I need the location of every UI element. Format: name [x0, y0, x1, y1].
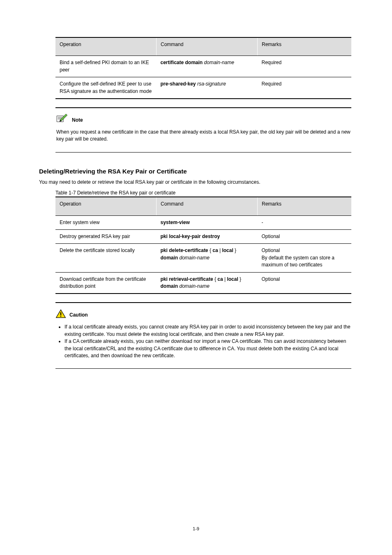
caution-label: Caution [69, 312, 88, 319]
cell-command: pki retrieval-certificate { ca | local }… [157, 272, 258, 294]
cell-operation: Download certificate from the certificat… [55, 272, 157, 294]
table-header-operation: Operation [55, 197, 157, 215]
cell-command: certificate domain domain-name [157, 56, 258, 77]
cell-command: pre-shared-key rsa-signature [157, 77, 258, 99]
note-icon [55, 114, 69, 124]
cell-remarks: Optional By default the system can store… [258, 244, 352, 272]
page-number: 1-9 [193, 526, 199, 532]
table-row: Destroy generated RSA key pair pki local… [55, 230, 351, 244]
cell-remarks: Optional [258, 272, 352, 294]
table-header-remarks: Remarks [258, 197, 352, 215]
caution-item: If a local certificate already exists, y… [65, 324, 351, 338]
note-label: Note [72, 117, 83, 124]
cell-operation: Bind a self-defined PKI domain to an IKE… [55, 56, 157, 77]
table-delete-retrieve: Operation Command Remarks Enter system v… [55, 197, 351, 294]
cell-command: system-view [157, 215, 258, 229]
table-row: Bind a self-defined PKI domain to an IKE… [55, 56, 351, 77]
note-callout: Note When you request a new certificate … [55, 107, 351, 153]
svg-point-8 [60, 316, 62, 317]
cell-operation: Enter system view [55, 215, 157, 229]
caution-item: If a CA certificate already exists, you … [65, 338, 351, 359]
table-row: Download certificate from the certificat… [55, 272, 351, 294]
table-header-remarks: Remarks [258, 37, 352, 56]
table-header-operation: Operation [55, 37, 157, 56]
cell-command: pki local-key-pair destroy [157, 230, 258, 244]
cell-remarks: Optional [258, 230, 352, 244]
table-row: Delete the certificate stored locally pk… [55, 244, 351, 272]
note-text: When you request a new certificate in th… [56, 129, 351, 143]
section-heading: Deleting/Retrieving the RSA Key Pair or … [39, 167, 353, 176]
table-header-command: Command [157, 37, 258, 56]
table-header-command: Command [157, 197, 258, 215]
cell-command: pki delete-certificate { ca | local } do… [157, 244, 258, 272]
cell-operation: Configure the self-defined IKE peer to u… [55, 77, 157, 99]
cell-operation: Destroy generated RSA key pair [55, 230, 157, 244]
table-ike-peer-config: Operation Command Remarks Bind a self-de… [55, 37, 351, 99]
cell-remarks: Required [258, 56, 352, 77]
table-row: Configure the self-defined IKE peer to u… [55, 77, 351, 99]
caution-list: If a local certificate already exists, y… [56, 324, 351, 359]
svg-rect-7 [60, 312, 61, 315]
table-row: Enter system view system-view - [55, 215, 351, 229]
cell-remarks: - [258, 215, 352, 229]
table-caption: Table 1-7 Delete/retrieve the RSA key pa… [55, 190, 353, 197]
section-text: You may need to delete or retrieve the l… [39, 179, 353, 186]
page: Operation Command Remarks Bind a self-de… [0, 0, 392, 555]
cell-remarks: Required [258, 77, 352, 99]
caution-callout: Caution If a local certificate already e… [55, 302, 351, 369]
caution-icon [55, 309, 66, 319]
cell-operation: Delete the certificate stored locally [55, 244, 157, 272]
